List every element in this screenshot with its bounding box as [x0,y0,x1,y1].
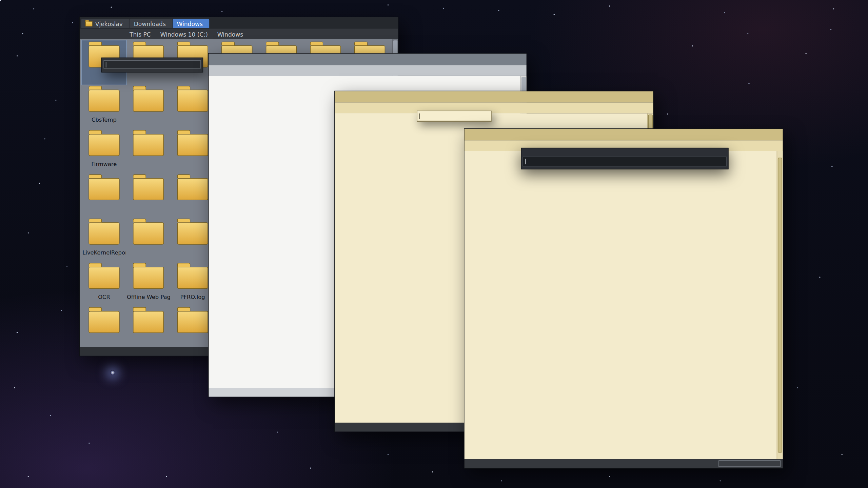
folder-icon [177,267,208,289]
folder-icon [133,178,164,200]
close-button[interactable] [641,93,653,101]
text-cursor [419,113,420,119]
folder-icon [133,267,164,289]
bright-star [110,370,115,375]
close-button[interactable] [771,130,783,139]
tabs: Vjekoslav Downloads Windows [81,19,210,28]
status-bar [465,459,783,468]
folder-icon [177,134,208,156]
new-tab-button[interactable] [468,130,477,139]
tab-bar [335,91,653,102]
folder-icon [177,89,208,111]
folder-icon [88,178,119,200]
file-list [465,151,783,459]
context-menu [101,58,203,73]
folder-tile[interactable] [126,218,171,262]
minimize-button[interactable] [617,93,629,101]
folder-label: OCR [98,294,110,300]
folder-tile[interactable] [126,173,171,218]
maximize-button[interactable] [629,93,641,101]
new-tab-button[interactable] [211,18,220,27]
breadcrumb-item[interactable]: Windows [211,30,246,38]
text-cursor [525,159,526,164]
tab-label: Vjekoslav [95,20,123,27]
breadcrumb-label: This PC [130,31,151,38]
palette-title [521,148,728,157]
folder-tile[interactable]: OCR [82,262,126,306]
folder-tile[interactable] [126,85,171,129]
folder-icon [88,267,119,289]
close-button[interactable] [514,55,527,64]
folder-tile[interactable]: CbsTemp [82,85,126,129]
tab[interactable]: Vjekoslav [81,19,130,28]
toolbar: This PC Windows 10 (C:) Windows [80,28,398,39]
folder-label: Firmware [92,161,117,167]
scrollbar-thumb[interactable] [778,158,782,452]
folder-icon [88,89,119,111]
starfield [0,0,1,1]
maximize-button[interactable] [758,130,771,139]
maximize-button[interactable] [374,18,386,27]
minimize-button[interactable] [746,130,758,139]
folder-grid: CbsTemp Firmware LiveKernelReports OCR [82,85,215,347]
window-controls [746,130,783,139]
filter-input[interactable] [718,460,781,467]
command-palette [521,148,728,169]
folder-tile[interactable] [82,173,126,218]
folder-icon [177,178,208,200]
breadcrumb: This PC Windows 10 (C:) Windows [127,30,246,38]
tab-bar [465,129,783,140]
window-controls [361,18,398,27]
breadcrumb-label: Windows [217,31,243,38]
minimize-button[interactable] [361,18,374,27]
text-cursor [106,62,106,67]
folder-icon [133,311,164,333]
folder-tile[interactable] [82,306,126,347]
tab-bar: Vjekoslav Downloads Windows [80,17,398,28]
scroll-down-icon[interactable] [777,453,783,459]
folder-label: LiveKernelReports [82,249,125,256]
folder-label: PFRO.log [180,294,205,300]
new-tab-button[interactable] [338,93,347,101]
folder-icon [88,311,119,333]
folder-icon [88,222,119,244]
folder-label: CbsTemp [92,117,117,123]
drive-dropdown [417,111,491,122]
dropdown-filter-input[interactable] [417,111,491,121]
minimize-button[interactable] [490,55,502,64]
folder-icon [133,222,164,244]
folder-icon [133,89,164,111]
folder-icon [85,21,92,26]
maximize-button[interactable] [502,55,514,64]
palette-input[interactable] [522,157,727,166]
folder-tile[interactable]: LiveKernelReports [82,218,126,262]
tab-bar [209,54,527,65]
window-controls [617,93,653,101]
toolbar [209,65,527,76]
scrollbar[interactable] [777,151,783,459]
folder-tile[interactable]: Offline Web Pages [126,262,171,306]
desktop: Vjekoslav Downloads Windows This PC Win [0,0,868,488]
file-manager-window-4 [464,128,783,469]
scroll-up-icon[interactable] [777,151,783,157]
breadcrumb-item[interactable]: Windows 10 (C:) [154,30,211,38]
breadcrumb-label: Windows 10 (C:) [160,31,208,38]
tab[interactable]: Downloads [130,19,172,28]
tab[interactable]: Windows [173,19,210,28]
toolbar [335,102,653,114]
folder-icon [88,134,119,156]
folder-icon [177,311,208,333]
new-tab-button[interactable] [212,55,221,64]
folder-tile[interactable] [126,306,171,347]
tab-label: Windows [177,20,203,27]
window-controls [490,55,527,64]
menu-filter-input[interactable] [103,60,201,68]
close-button[interactable] [386,18,398,27]
folder-tile[interactable]: Firmware [82,129,126,173]
folder-icon [133,134,164,156]
breadcrumb-item[interactable]: This PC [127,30,154,38]
tab-label: Downloads [134,20,166,27]
folder-icon [177,222,208,244]
folder-tile[interactable] [126,129,171,173]
folder-label: Offline Web Pages [127,294,170,300]
